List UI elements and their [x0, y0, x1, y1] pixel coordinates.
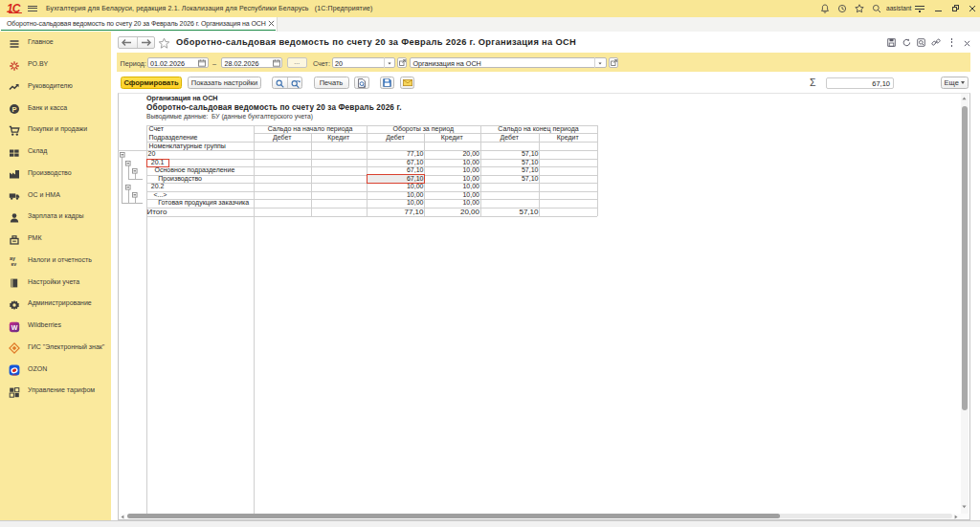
svg-text:кν: кν: [11, 261, 17, 267]
svg-text:P: P: [11, 105, 16, 114]
svg-text:W: W: [11, 324, 18, 331]
